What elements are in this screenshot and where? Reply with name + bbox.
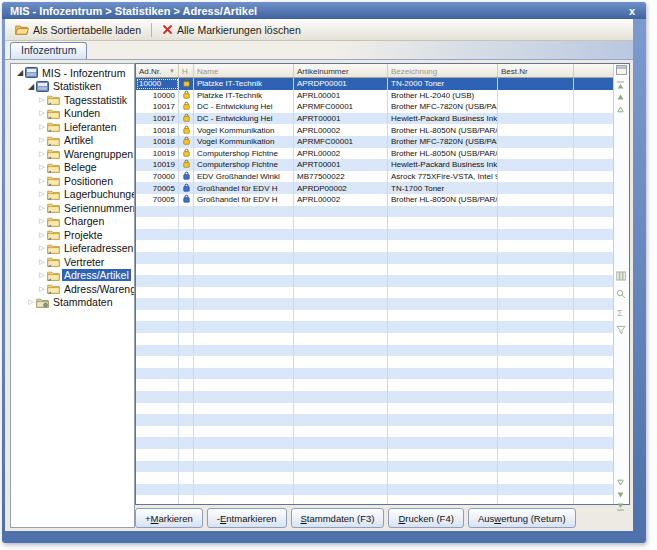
empty-row[interactable] — [136, 264, 613, 276]
table-row[interactable]: 10019Computershop FichtneAPRL00002Brothe… — [136, 148, 613, 160]
expander-icon[interactable]: ▷ — [37, 285, 47, 293]
empty-row[interactable] — [136, 321, 613, 333]
scroll-bottom-icon[interactable] — [616, 502, 625, 511]
empty-row[interactable] — [136, 368, 613, 380]
table-row[interactable]: 10018Vogel KommunikationAPRL00002Brother… — [136, 124, 613, 136]
tree-item-kunden[interactable]: ▷Kunden — [11, 107, 134, 121]
empty-row[interactable] — [136, 437, 613, 449]
column-header-artikelnummer[interactable]: Artikelnummer — [294, 64, 388, 77]
expander-icon[interactable]: ▷ — [37, 217, 47, 225]
tree-item-tagesstatistik[interactable]: ▷Tagesstatistik — [11, 93, 134, 107]
tree-item-projekte[interactable]: ▷Projekte — [11, 228, 134, 242]
page-down-icon[interactable] — [616, 478, 625, 487]
empty-row[interactable] — [136, 252, 613, 264]
column-header-ad-nr[interactable]: Ad.Nr.▼ — [136, 64, 179, 77]
empty-row[interactable] — [136, 240, 613, 252]
tree-item-seriennummern[interactable]: ▷Seriennummern — [11, 201, 134, 215]
empty-row[interactable] — [136, 379, 613, 391]
expander-icon[interactable]: ▷ — [37, 177, 47, 185]
page-up-icon[interactable] — [616, 105, 625, 114]
tree-item-statistiken[interactable]: ◢Statistiken — [11, 80, 134, 94]
stammdaten-button[interactable]: Stammdaten (F3) — [291, 508, 385, 528]
scroll-up-icon[interactable] — [616, 93, 625, 102]
empty-row[interactable] — [136, 229, 613, 241]
tree-item-mis-infozentrum[interactable]: ◢MIS - Infozentrum — [11, 66, 134, 80]
scroll-top-icon[interactable] — [616, 81, 625, 90]
expander-icon[interactable]: ◢ — [15, 68, 25, 77]
expander-icon[interactable]: ▷ — [37, 150, 47, 158]
markieren-button[interactable]: + Markieren — [135, 508, 203, 528]
empty-row[interactable] — [136, 426, 613, 438]
tree-item-vertreter[interactable]: ▷Vertreter — [11, 255, 134, 269]
expander-icon[interactable]: ◢ — [26, 82, 36, 91]
table-row[interactable]: 10018Vogel KommunikationAPRMFC00001Broth… — [136, 136, 613, 148]
drucken-button[interactable]: Drucken (F4) — [388, 508, 463, 528]
entmarkieren-button[interactable]: - Entmarkieren — [207, 508, 287, 528]
empty-row[interactable] — [136, 449, 613, 461]
tree-item-belege[interactable]: ▷Belege — [11, 161, 134, 175]
empty-row[interactable] — [136, 217, 613, 229]
sum-icon[interactable]: Σ — [616, 307, 626, 317]
expander-icon[interactable]: ▷ — [37, 244, 47, 252]
empty-row[interactable] — [136, 391, 613, 403]
tab-infozentrum[interactable]: Infozentrum — [10, 42, 87, 59]
filter-icon[interactable] — [616, 325, 626, 335]
empty-row[interactable] — [136, 472, 613, 484]
tree-item-positionen[interactable]: ▷Positionen — [11, 174, 134, 188]
empty-row[interactable] — [136, 298, 613, 310]
expander-icon[interactable]: ▷ — [37, 136, 47, 144]
expander-icon[interactable]: ▷ — [37, 163, 47, 171]
auswertung-button[interactable]: Auswertung (Return) — [468, 508, 576, 528]
tree-item-artikel[interactable]: ▷Artikel — [11, 134, 134, 148]
close-icon[interactable]: x — [626, 5, 638, 17]
expander-icon[interactable]: ▷ — [37, 123, 47, 131]
empty-row[interactable] — [136, 333, 613, 345]
table-row[interactable]: 10017DC - Entwicklung HeiAPRT00001Hewlet… — [136, 113, 613, 125]
table-row[interactable]: 70005Großhandel für EDV HAPRDP00002TN-17… — [136, 182, 613, 194]
empty-row[interactable] — [136, 403, 613, 415]
expander-icon[interactable]: ▷ — [37, 96, 47, 104]
table-row[interactable]: 10000Platzke IT-TechnikAPRL00001Brother … — [136, 90, 613, 102]
expander-icon[interactable]: ▷ — [26, 298, 36, 306]
expander-icon[interactable]: ▷ — [37, 204, 47, 212]
column-header-h[interactable]: H — [179, 64, 194, 77]
expander-icon[interactable]: ▷ — [37, 271, 47, 279]
tree-item-lieferanten[interactable]: ▷Lieferanten — [11, 120, 134, 134]
expander-icon[interactable]: ▷ — [37, 190, 47, 198]
tree-item-chargen[interactable]: ▷Chargen — [11, 215, 134, 229]
column-header-best-nr[interactable]: Best.Nr — [498, 64, 574, 77]
empty-row[interactable] — [136, 275, 613, 287]
tree-item-lagerbuchungen[interactable]: ▷Lagerbuchungen — [11, 188, 134, 202]
empty-row[interactable] — [136, 310, 613, 322]
empty-row[interactable] — [136, 206, 613, 218]
column-header-bezeichnung[interactable]: Bezeichnung — [388, 64, 498, 77]
table-row[interactable]: 70005Großhandel für EDV HAPRL00002Brothe… — [136, 194, 613, 206]
tree-item-stammdaten[interactable]: ▷Stammdaten — [11, 296, 134, 310]
cell-bestnr — [498, 194, 574, 206]
empty-row[interactable] — [136, 414, 613, 426]
empty-row[interactable] — [136, 461, 613, 473]
search-icon[interactable] — [616, 289, 626, 299]
empty-row[interactable] — [136, 345, 613, 357]
columns-icon[interactable] — [616, 271, 626, 281]
empty-row[interactable] — [136, 495, 613, 504]
expander-icon[interactable]: ▷ — [37, 109, 47, 117]
empty-row[interactable] — [136, 287, 613, 299]
scroll-down-icon[interactable] — [616, 490, 625, 499]
empty-row[interactable] — [136, 484, 613, 496]
empty-row[interactable] — [136, 356, 613, 368]
properties-icon[interactable] — [616, 65, 627, 75]
table-row[interactable]: 10017DC - Entwicklung HeiAPRMFC00001Brot… — [136, 101, 613, 113]
toolbar-button-alle-markierungen-löschen[interactable]: Alle Markierungen löschen — [156, 22, 307, 38]
expander-icon[interactable]: ▷ — [37, 258, 47, 266]
table-row[interactable]: 70000EDV Großhandel WinklMB77500022Asroc… — [136, 171, 613, 183]
column-header-name[interactable]: Name — [194, 64, 294, 77]
toolbar-button-als-sortiertabelle-laden[interactable]: Als Sortiertabelle laden — [9, 22, 147, 38]
tree-item-adress-warengruppen[interactable]: ▷Adress/Warengruppen — [11, 282, 134, 296]
tree-item-adress-artikel[interactable]: ▷Adress/Artikel — [11, 269, 134, 283]
table-row[interactable]: 10019Computershop FichtneAPRT00001Hewlet… — [136, 159, 613, 171]
tree-item-warengruppen[interactable]: ▷Warengruppen — [11, 147, 134, 161]
table-row[interactable]: 10000Platzke IT-TechnikAPRDP00001TN-2000… — [136, 78, 613, 90]
expander-icon[interactable]: ▷ — [37, 231, 47, 239]
tree-item-lieferadressen[interactable]: ▷Lieferadressen — [11, 242, 134, 256]
